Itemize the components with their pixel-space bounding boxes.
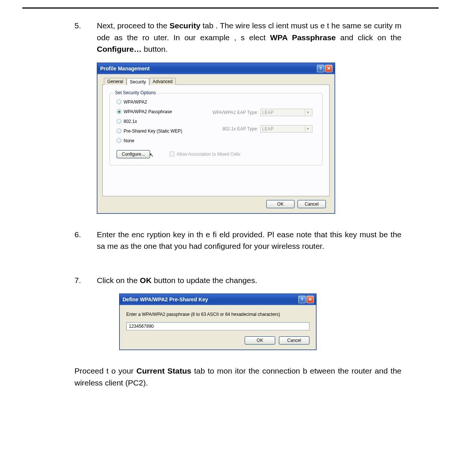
eap-select-wpa: LEAP ▼ <box>260 109 312 116</box>
close-button[interactable]: ✕ <box>325 65 333 72</box>
text-fragment: Proceed t o your <box>74 366 136 375</box>
eap-label: 802.1x EAP Type: <box>206 126 258 131</box>
radio-8021x[interactable]: 802.1x <box>117 119 195 124</box>
bold-wpa-passphrase: WPA Passphrase <box>270 33 336 42</box>
chevron-down-icon: ▼ <box>305 126 311 132</box>
dialog-body: General Security Advanced Set Security O… <box>97 74 335 213</box>
radio-label: 802.1x <box>124 119 137 124</box>
radio-label: WPA/WPA2 Passphrase <box>124 109 172 114</box>
radio-preshared-wep[interactable]: Pre-Shared Key (Static WEP) <box>117 128 195 134</box>
dialog-footer: OK Cancel <box>102 196 330 208</box>
text-fragment: and click on the <box>336 33 401 42</box>
eap-column: WPA/WPA2 EAP Type: LEAP ▼ 802.1x EAP Typ… <box>206 109 312 133</box>
eap-row-8021x: 802.1x EAP Type: LEAP ▼ <box>206 125 312 133</box>
radio-icon <box>117 119 121 124</box>
profile-management-dialog: Profile Management ? ✕ General Security … <box>97 63 335 214</box>
chevron-down-icon: ▼ <box>305 110 311 115</box>
caption-buttons: ? ✕ <box>317 65 333 72</box>
passphrase-instruction-label: Enter a WPA/WPA2 passphrase (8 to 63 ASC… <box>126 312 309 317</box>
help-button[interactable]: ? <box>298 296 306 303</box>
cursor-icon: ↖ <box>149 152 154 158</box>
group-legend: Set Security Options <box>114 90 157 95</box>
dialog-title: Profile Management <box>100 66 150 72</box>
cancel-button[interactable]: Cancel <box>298 200 326 208</box>
close-icon: ✕ <box>327 66 331 71</box>
dialog-body: Enter a WPA/WPA2 passphrase (8 to 63 ASC… <box>120 305 316 350</box>
text-fragment: Click on the <box>97 276 140 285</box>
allow-mixed-cells-checkbox: Allow Association to Mixed Cells <box>169 152 240 157</box>
bold-current-status: Current Status <box>136 366 191 375</box>
ok-button[interactable]: OK <box>245 336 275 345</box>
titlebar: Profile Management ? ✕ <box>97 63 335 74</box>
instruction-step-6: 6. Enter the enc ryption key in th e fi … <box>74 229 401 252</box>
radio-none[interactable]: None <box>117 138 195 143</box>
close-icon: ✕ <box>308 297 312 302</box>
help-icon: ? <box>319 66 322 71</box>
tab-security[interactable]: Security <box>127 78 149 85</box>
tab-advanced[interactable]: Advanced <box>149 78 176 85</box>
text-fragment: Next, proceed to the <box>97 21 169 30</box>
step-number: 6. <box>74 229 97 252</box>
radio-wpa-passphrase[interactable]: WPA/WPA2 Passphrase <box>117 109 195 114</box>
text-fragment: button. <box>142 45 168 53</box>
tab-panel-security: Set Security Options WPA/WPA2 WPA/WPA2 P… <box>102 85 330 196</box>
instruction-step-5: 5. Next, proceed to the Security tab . T… <box>74 20 401 55</box>
step-number: 5. <box>74 20 97 55</box>
radio-column: WPA/WPA2 WPA/WPA2 Passphrase 802.1x <box>117 99 195 143</box>
bold-security: Security <box>169 21 200 30</box>
step-number: 7. <box>74 275 97 286</box>
instruction-step-7: 7. Click on the OK button to update the … <box>74 275 401 286</box>
set-security-options-group: Set Security Options WPA/WPA2 WPA/WPA2 P… <box>109 93 322 165</box>
tab-strip: General Security Advanced <box>104 78 330 85</box>
tab-general[interactable]: General <box>104 78 127 85</box>
step-text: Next, proceed to the Security tab . The … <box>97 20 401 55</box>
radio-label: None <box>124 138 134 143</box>
ok-button[interactable]: OK <box>266 200 295 208</box>
define-psk-dialog: Define WPA/WPA2 Pre-Shared Key ? ✕ Enter… <box>119 293 317 350</box>
radio-icon <box>117 128 121 133</box>
bold-ok: OK <box>140 276 152 285</box>
radio-label: Pre-Shared Key (Static WEP) <box>124 128 182 134</box>
radio-wpa[interactable]: WPA/WPA2 <box>117 99 195 105</box>
help-button[interactable]: ? <box>317 65 324 72</box>
eap-select-8021x: LEAP ▼ <box>260 125 312 133</box>
configure-row: Configure... ↖ Allow Association to Mixe… <box>117 150 315 158</box>
cancel-button[interactable]: Cancel <box>279 336 309 345</box>
configure-button[interactable]: Configure... <box>117 150 150 158</box>
text-fragment: button to update the changes. <box>152 276 257 285</box>
dialog-title: Define WPA/WPA2 Pre-Shared Key <box>123 296 208 302</box>
titlebar: Define WPA/WPA2 Pre-Shared Key ? ✕ <box>120 294 316 305</box>
radio-label: WPA/WPA2 <box>124 99 147 105</box>
radio-icon <box>117 99 121 104</box>
radio-icon <box>117 109 121 114</box>
page-top-rule <box>22 7 439 9</box>
caption-buttons: ? ✕ <box>298 296 314 303</box>
security-row: WPA/WPA2 WPA/WPA2 Passphrase 802.1x <box>117 99 315 143</box>
step-text: Click on the OK button to update the cha… <box>97 275 401 286</box>
dialog-footer: OK Cancel <box>126 336 309 345</box>
radio-icon <box>117 138 121 143</box>
passphrase-input[interactable] <box>126 322 309 330</box>
checkbox-icon <box>169 152 174 156</box>
eap-label: WPA/WPA2 EAP Type: <box>206 110 258 115</box>
checkbox-label: Allow Association to Mixed Cells <box>177 152 240 157</box>
bold-configure: Configure… <box>97 45 142 53</box>
eap-value: LEAP <box>262 110 274 115</box>
closing-paragraph: Proceed t o your Current Status tab to m… <box>74 365 401 388</box>
close-button[interactable]: ✕ <box>306 296 314 303</box>
eap-row-wpa: WPA/WPA2 EAP Type: LEAP ▼ <box>206 109 312 116</box>
eap-value: LEAP <box>262 126 274 131</box>
help-icon: ? <box>301 297 303 302</box>
step-text: Enter the enc ryption key in th e fi eld… <box>97 229 401 252</box>
